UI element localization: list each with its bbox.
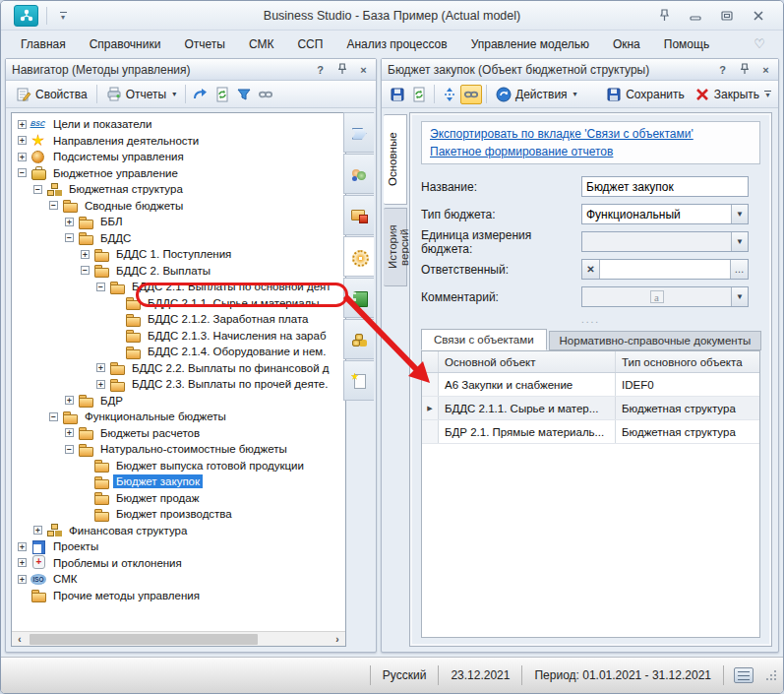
notebook-tab[interactable]	[343, 278, 374, 318]
tree-item[interactable]: Бюджет продаж	[12, 490, 345, 507]
resize-grip[interactable]	[765, 669, 777, 681]
tree-item[interactable]: +Цели и показатели	[12, 116, 345, 133]
tree-item[interactable]: +СМК	[12, 571, 345, 588]
ellipsis-icon[interactable]: …	[730, 260, 748, 279]
collapse-icon[interactable]: −	[49, 412, 58, 421]
tree-item[interactable]: +Проблемы и отклонения	[12, 555, 345, 572]
toolbar-overflow-icon[interactable]: ▾	[764, 91, 773, 97]
properties-button[interactable]: Свойства	[11, 85, 92, 104]
tree-item[interactable]: +БДДС 2.2. Выплаты по финансовой д	[12, 360, 345, 377]
date-indicator[interactable]: 23.12.2021	[439, 664, 521, 686]
tab-main[interactable]: Основные	[384, 114, 407, 205]
tree-item[interactable]: −БДДС 2. Выплаты	[12, 263, 345, 280]
docstar-tab[interactable]	[343, 360, 374, 401]
close-icon[interactable]: ×	[357, 64, 370, 76]
tree-item[interactable]: −Функциональные бюджеты	[12, 409, 345, 425]
tree-item[interactable]: +Бюджеты расчетов	[12, 425, 345, 442]
users-tab[interactable]	[343, 154, 374, 194]
ribbon-pin-icon[interactable]	[655, 8, 673, 24]
refresh-icon[interactable]	[408, 85, 430, 104]
tree-item[interactable]: Бюджет выпуска готовой продукции	[12, 458, 345, 474]
tree-item[interactable]: +Проекты	[12, 538, 345, 555]
collapse-icon[interactable]: −	[49, 201, 58, 210]
budget-type-input[interactable]	[582, 205, 731, 223]
pin-icon[interactable]	[335, 63, 348, 77]
tree-item[interactable]: Прочие методы управления	[12, 588, 345, 604]
tree-item[interactable]: −Бюджетное управление	[12, 165, 345, 182]
expand-icon[interactable]: +	[18, 558, 27, 567]
status-list-icon[interactable]	[734, 667, 754, 683]
scrollbar-thumb[interactable]	[30, 634, 258, 645]
actions-button[interactable]: Действия▾	[491, 85, 582, 104]
period-indicator[interactable]: Период: 01.01.2021 - 31.12.2021	[522, 664, 723, 686]
tree-item[interactable]: Бюджет производства	[12, 506, 345, 523]
menu-item[interactable]: Управление моделью	[459, 33, 601, 55]
filter-icon[interactable]	[233, 85, 255, 104]
menu-item[interactable]: ССП	[285, 33, 334, 55]
tree-item[interactable]: +БДР	[12, 393, 345, 410]
tab-object-relations[interactable]: Связи с объектами	[421, 329, 547, 350]
minimize-icon[interactable]	[687, 8, 704, 24]
tree-item[interactable]: +Подсистемы управления	[12, 149, 345, 165]
expand-icon[interactable]: +	[65, 218, 74, 226]
tree-item[interactable]: −Бюджетная структура	[12, 181, 345, 198]
help-icon[interactable]: ?	[716, 64, 729, 76]
menu-item[interactable]: Справочники	[78, 33, 173, 55]
tree-item[interactable]: +Финансовая структура	[12, 523, 345, 539]
save-icon[interactable]	[387, 85, 408, 104]
expand-icon[interactable]: +	[33, 526, 42, 535]
menu-item[interactable]: Помощь	[652, 33, 721, 55]
table-row[interactable]: БДР 2.1. Прямые материаль...Бюджетная ст…	[422, 420, 759, 444]
tree-item[interactable]: БДДС 2.1.1. Сырье и материалы	[12, 295, 345, 312]
expand-icon[interactable]: +	[65, 396, 74, 405]
expand-icon[interactable]: +	[81, 250, 90, 259]
expand-icon[interactable]: +	[96, 363, 105, 372]
wheel-tab[interactable]	[343, 236, 374, 277]
table-row[interactable]: А6 Закупки и снабжениеIDEF0	[422, 373, 759, 397]
tree-item[interactable]: −БДДС	[12, 230, 345, 247]
relations-link-icon[interactable]	[460, 85, 482, 104]
quick-access-dropdown-icon[interactable]: ▾	[55, 8, 71, 24]
collapse-icon[interactable]: −	[96, 283, 105, 291]
collapse-icon[interactable]: −	[65, 233, 74, 242]
tree-item[interactable]: −Натурально-стоимостные бюджеты	[12, 441, 345, 458]
tree-item[interactable]: +ББЛ	[12, 214, 345, 230]
responsible-input[interactable]	[600, 260, 730, 279]
expand-sections-icon[interactable]	[439, 85, 460, 104]
expand-icon[interactable]: +	[18, 575, 27, 584]
scroll-left-icon[interactable]: ‹	[12, 634, 28, 645]
dropdown-icon[interactable]: ▼	[731, 232, 748, 251]
close-icon[interactable]	[750, 8, 767, 24]
tree-item[interactable]: БДДС 2.1.2. Заработная плата	[12, 311, 345, 328]
collapse-icon[interactable]: −	[81, 266, 90, 275]
app-logo-icon[interactable]	[14, 5, 38, 27]
gold-tab[interactable]	[343, 319, 374, 359]
menu-item[interactable]: СМК	[237, 33, 286, 55]
expand-icon[interactable]: +	[18, 153, 27, 161]
tree-item[interactable]: Бюджет закупок	[12, 473, 345, 490]
tree-item[interactable]: БДДС 2.1.3. Начисления на зараб	[12, 328, 345, 345]
foldercube-tab[interactable]	[343, 195, 374, 235]
expand-icon[interactable]: +	[96, 380, 105, 389]
unit-input[interactable]	[582, 232, 731, 251]
expand-icon[interactable]: +	[18, 542, 27, 551]
banner-tab[interactable]	[343, 112, 374, 153]
export-relations-link[interactable]: Экспортировать по вкладке 'Связи с объек…	[430, 127, 752, 141]
expand-icon[interactable]: +	[65, 428, 74, 437]
dropdown-icon[interactable]: ▼	[731, 205, 748, 223]
save-button[interactable]: Сохранить	[601, 85, 690, 104]
close-button[interactable]: Закрыть	[690, 85, 764, 104]
splitter-handle[interactable]: ....	[421, 315, 760, 325]
language-indicator[interactable]: Русский	[371, 664, 439, 686]
name-input[interactable]	[582, 177, 748, 196]
menu-item[interactable]: Главная	[9, 33, 78, 55]
pin-icon[interactable]	[738, 63, 751, 77]
expand-icon[interactable]: +	[18, 136, 27, 145]
tree-item[interactable]: +Направления деятельности	[12, 133, 345, 150]
menu-item[interactable]: Анализ процессов	[334, 33, 458, 55]
collapse-icon[interactable]: −	[65, 445, 74, 454]
tab-normative-documents[interactable]: Нормативно-справочные документы	[549, 331, 762, 350]
collapse-icon[interactable]: −	[33, 185, 42, 194]
column-object-type[interactable]: Тип основного объекта	[616, 356, 759, 368]
tree-item[interactable]: БДДС 2.1.4. Оборудование и нем.	[12, 344, 345, 360]
